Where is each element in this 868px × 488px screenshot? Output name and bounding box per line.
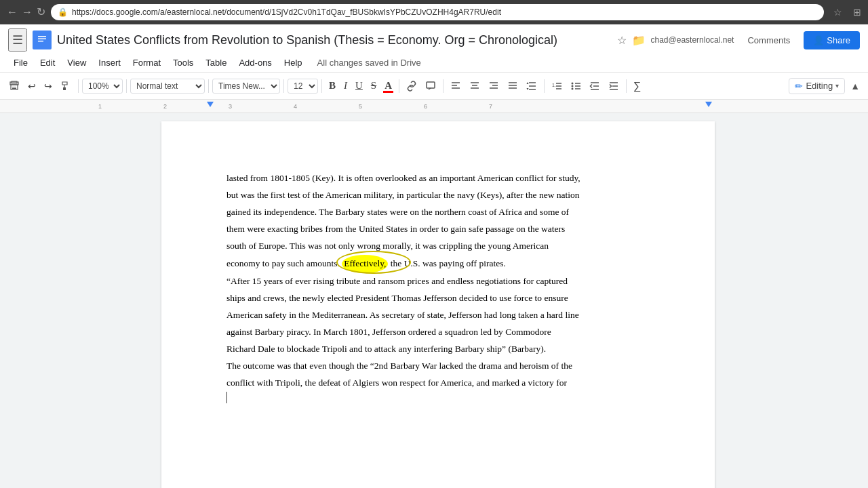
svg-point-31 [572,85,574,87]
menu-file[interactable]: File [8,56,33,69]
paragraph-1: lasted from 1801-1805 (Key). It is often… [226,170,650,187]
star-icon[interactable]: ☆ [617,34,627,47]
editing-mode-dropdown[interactable]: ✏ Editing ▾ [789,78,845,94]
document-content-area[interactable]: lasted from 1801-1805 (Key). It is often… [41,113,835,488]
menu-bar: File Edit View Insert Format Tools Table… [0,53,868,72]
svg-text:1.: 1. [552,83,556,87]
svg-rect-1 [38,36,46,37]
print-button[interactable] [5,78,23,94]
forward-button[interactable]: → [22,7,33,18]
ruler-number-3: 3 [229,103,232,110]
menu-insert[interactable]: Insert [93,56,126,69]
paragraph-7-text: “After 15 years of ever rising tribute a… [226,276,568,286]
unordered-list-button[interactable] [567,79,585,94]
toolbar: ↩ ↪ 100% Normal text Times New... 12 B I… [0,72,868,99]
menu-help[interactable]: Help [279,56,308,69]
back-button[interactable]: ← [7,7,18,18]
user-email: chad@easternlocal.net [651,35,734,45]
svg-point-32 [572,87,574,89]
align-center-button[interactable] [466,79,484,94]
separator-7 [443,79,443,93]
svg-rect-8 [12,88,16,89]
separator-2 [126,79,127,93]
separator-3 [208,79,209,93]
docs-header: ☰ United States Conflicts from Revolutio… [0,24,868,100]
menu-tools[interactable]: Tools [167,56,199,69]
title-icons: ☆ 📁 [617,34,646,47]
paragraph-10: against Barbary piracy. In March 1801, J… [226,324,650,341]
docs-logo [33,30,52,49]
ruler-number-2: 2 [163,103,167,110]
document-title[interactable]: United States Conflicts from Revolution … [57,33,612,47]
svg-point-30 [572,82,574,84]
left-sidebar [0,113,41,488]
browser-nav-buttons: ← → ↻ [7,7,45,18]
comment-insert-button[interactable] [422,78,439,94]
paragraph-6-before: economy to pay such amounts. [226,258,342,268]
undo-button[interactable]: ↩ [24,78,39,94]
refresh-button[interactable]: ↻ [37,7,45,18]
paragraph-4-text: them were exacting bribes from the Unite… [226,224,565,234]
redo-button[interactable]: ↪ [41,78,56,94]
decrease-indent-button[interactable] [586,79,604,94]
collapse-toolbar-button[interactable]: ▲ [848,78,863,94]
left-margin-handle[interactable] [207,102,214,107]
paint-format-button[interactable] [57,78,75,94]
paragraph-12-text: The outcome was that even though the “2n… [226,361,572,371]
text-color-button[interactable]: A [381,77,395,94]
italic-button[interactable]: I [340,77,351,94]
paragraph-9-text: American safety in the Mediterranean. As… [226,310,579,320]
highlighted-word: Effectively, [342,255,388,273]
align-right-button[interactable] [485,79,502,94]
user-area: chad@easternlocal.net Comments 👤 Share [651,31,861,49]
increase-indent-button[interactable] [605,79,623,94]
paragraph-6-after: the U.S. was paying off pirates. [388,258,505,268]
paragraph-8: ships and crews, the newly elected Presi… [226,290,650,307]
paragraph-13-text: conflict with Tripoli, the defeat of Alg… [226,378,567,388]
line-spacing-button[interactable] [523,79,540,94]
svg-rect-7 [12,87,16,87]
align-left-button[interactable] [447,79,465,94]
autosave-status: All changes saved in Drive [317,58,421,68]
link-button[interactable] [403,78,420,94]
font-size-select[interactable]: 12 [288,79,318,94]
separator-4 [283,79,284,93]
paragraph-2-text: but was the first test of the American m… [226,190,580,200]
docs-body: lasted from 1801-1805 (Key). It is often… [0,113,868,488]
menu-table[interactable]: Table [200,56,232,69]
toolbar-right: ✏ Editing ▾ ▲ [789,78,863,94]
pencil-icon: ✏ [795,81,803,92]
paragraph-13: conflict with Tripoli, the defeat of Alg… [226,375,650,392]
chevron-down-icon: ▾ [835,82,839,89]
paragraph-9: American safety in the Mediterranean. As… [226,307,650,324]
ruler-number-7: 7 [489,103,492,110]
address-bar[interactable]: 🔒 https://docs.google.com/a/easternlocal… [51,4,824,20]
folder-icon[interactable]: 📁 [632,34,646,47]
share-button[interactable]: 👤 Share [804,31,860,49]
zoom-select[interactable]: 100% [82,79,123,94]
separator-8 [544,79,545,93]
style-select[interactable]: Normal text [130,79,205,94]
menu-format[interactable]: Format [127,56,166,69]
strikethrough-button[interactable]: S [368,77,380,94]
paragraph-12: The outcome was that even though the “2n… [226,358,650,375]
comments-button[interactable]: Comments [741,33,797,48]
underline-button[interactable]: U [352,77,366,94]
menu-view[interactable]: View [62,56,92,69]
menu-addons[interactable]: Add-ons [233,56,277,69]
bold-button[interactable]: B [326,77,339,94]
menu-edit[interactable]: Edit [35,56,60,69]
document-text: lasted from 1801-1805 (Key). It is often… [226,170,650,392]
font-select[interactable]: Times New... [212,79,280,94]
ordered-list-button[interactable]: 1. [548,79,566,94]
formula-button[interactable]: ∑ [630,77,644,95]
paragraph-6: economy to pay such amounts. Effectively… [226,255,650,273]
svg-rect-2 [38,39,46,40]
url-text: https://docs.google.com/a/easternlocal.n… [72,7,501,17]
right-margin-handle[interactable] [705,102,712,107]
align-justify-button[interactable] [504,79,521,94]
document-page: lasted from 1801-1805 (Key). It is often… [161,121,715,488]
hamburger-menu-button[interactable]: ☰ [8,28,27,52]
paragraph-5-text: south of Europe. This was not only wrong… [226,241,549,251]
svg-rect-10 [427,82,435,88]
